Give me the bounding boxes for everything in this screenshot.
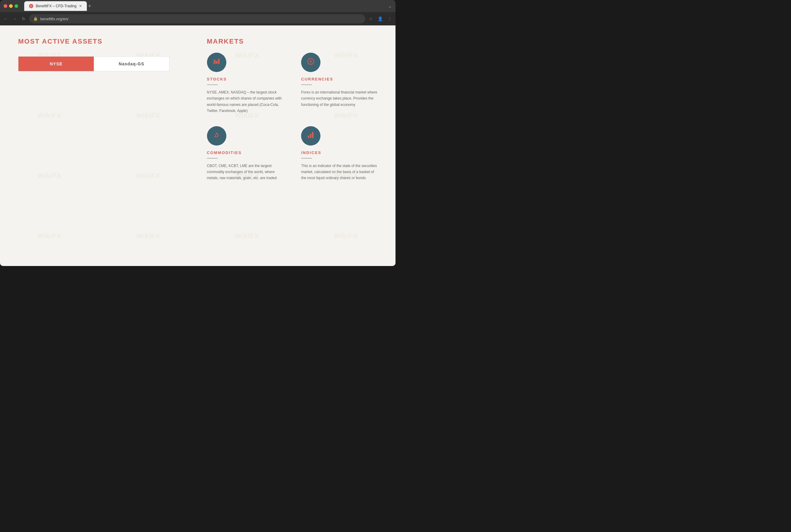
stocks-icon-circle	[207, 53, 226, 72]
svg-rect-8	[312, 132, 313, 138]
tab-bar: B BenefitFX – CFD-Trading ✕ + ⌄	[24, 1, 392, 11]
svg-rect-2	[218, 59, 220, 64]
commodities-divider	[207, 158, 218, 158]
security-icon: 🔒	[33, 17, 38, 21]
browser-actions: ☆ 👤 ⋮	[369, 16, 392, 21]
traffic-light-maximize[interactable]	[15, 4, 18, 8]
address-bar[interactable]: 🔒 benefitfx.org/en/	[29, 14, 365, 23]
stocks-category: STOCKS	[207, 77, 227, 81]
market-item-commodities: COMMODITIES CBOT, CME, KCBT, LME are the…	[207, 126, 283, 181]
left-section: MOST ACTIVE ASSETS NYSE Nasdaq-GS	[18, 38, 189, 254]
svg-rect-6	[308, 136, 309, 138]
tab-nyse[interactable]: NYSE	[18, 57, 94, 71]
page-content: WikiFX WikiFX WikiFX WikiFX WikiFX WikiF…	[0, 25, 396, 266]
tab-title: BenefitFX – CFD-Trading	[36, 4, 77, 8]
market-item-indices: INDICES This is an indicator of the stat…	[301, 126, 377, 181]
commodities-description: CBOT, CME, KCBT, LME are the largest com…	[207, 163, 283, 181]
commodities-icon-circle	[207, 126, 226, 146]
market-item-stocks: STOCKS NYSE, AMEX, NASDAQ – the largest …	[207, 53, 283, 114]
most-active-assets-title: MOST ACTIVE ASSETS	[18, 38, 189, 45]
traffic-lights	[4, 4, 18, 8]
browser-tab-active[interactable]: B BenefitFX – CFD-Trading ✕	[24, 1, 87, 11]
svg-rect-0	[214, 60, 215, 64]
profile-icon[interactable]: 👤	[378, 16, 383, 21]
indices-divider	[301, 158, 312, 158]
market-item-currencies: $ CURRENCIES Forex is an international f…	[301, 53, 377, 114]
url-display: benefitfx.org/en/	[40, 17, 69, 21]
currencies-icon: $	[307, 57, 315, 68]
right-section: MARKETS S	[207, 38, 378, 254]
tab-dropdown-button[interactable]: ⌄	[388, 4, 392, 8]
currencies-icon-circle: $	[301, 53, 321, 72]
commodities-icon	[212, 131, 221, 141]
markets-title: MARKETS	[207, 38, 378, 45]
bookmark-icon[interactable]: ☆	[369, 16, 373, 21]
nav-buttons: ← → ↻	[4, 16, 25, 21]
currencies-description: Forex is an international financial mark…	[301, 89, 377, 108]
svg-point-5	[216, 133, 217, 134]
svg-rect-7	[310, 134, 311, 138]
browser-titlebar: B BenefitFX – CFD-Trading ✕ + ⌄	[0, 0, 396, 12]
new-tab-button[interactable]: +	[88, 3, 91, 10]
markets-grid: STOCKS NYSE, AMEX, NASDAQ – the largest …	[207, 53, 378, 181]
forward-button[interactable]: →	[13, 16, 17, 21]
tab-favicon: B	[29, 4, 33, 8]
indices-description: This is an indicator of the state of the…	[301, 163, 377, 181]
main-layout: MOST ACTIVE ASSETS NYSE Nasdaq-GS MARKET…	[0, 25, 396, 266]
indices-icon-circle	[301, 126, 321, 146]
indices-category: INDICES	[301, 150, 321, 155]
asset-tabs-container: NYSE Nasdaq-GS	[18, 56, 170, 71]
browser-window: B BenefitFX – CFD-Trading ✕ + ⌄ ← → ↻ 🔒 …	[0, 0, 396, 266]
stocks-description: NYSE, AMEX, NASDAQ – the largest stock e…	[207, 89, 283, 114]
tab-nasdaq[interactable]: Nasdaq-GS	[94, 57, 169, 71]
commodities-category: COMMODITIES	[207, 150, 242, 155]
currencies-divider	[301, 84, 312, 85]
traffic-light-minimize[interactable]	[9, 4, 13, 8]
svg-text:$: $	[310, 60, 312, 64]
back-button[interactable]: ←	[4, 16, 8, 21]
reload-button[interactable]: ↻	[22, 16, 25, 21]
stocks-divider	[207, 84, 218, 85]
indices-icon	[307, 131, 315, 141]
tab-close-button[interactable]: ✕	[79, 4, 82, 8]
currencies-category: CURRENCIES	[301, 77, 333, 81]
browser-addressbar: ← → ↻ 🔒 benefitfx.org/en/ ☆ 👤 ⋮	[0, 12, 396, 25]
svg-rect-1	[216, 61, 217, 64]
traffic-light-close[interactable]	[4, 4, 7, 8]
menu-icon[interactable]: ⋮	[388, 16, 392, 21]
stocks-icon	[212, 57, 221, 68]
